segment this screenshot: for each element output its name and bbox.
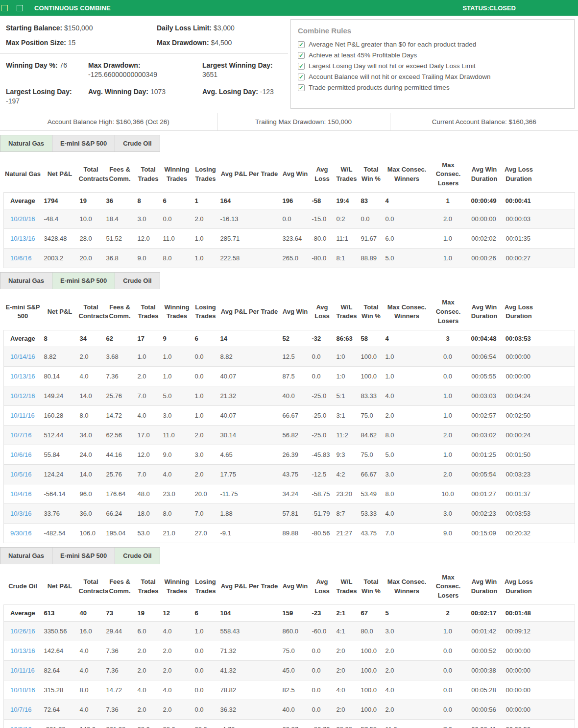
tab-crude-oil[interactable]: Crude Oil [115,272,160,289]
table-cell: -86.79 [310,720,335,728]
tab-crude-oil[interactable]: Crude Oil [115,547,160,564]
table-cell: -51.79 [310,503,335,523]
table-cell: 00:03:02 [466,425,503,445]
column-header-max-consec-losers: Max Consec. Losers [431,294,466,330]
date-link[interactable]: 10/5/16 [4,464,42,484]
date-link[interactable]: 10/13/16 [4,229,42,249]
average-cell: 6 [161,193,193,209]
average-cell: 17 [136,330,161,347]
tab-e-mini-s-p-500[interactable]: E-mini S&P 500 [52,135,115,152]
table-cell: 195.04 [104,523,136,543]
average-cell: 36 [104,193,136,209]
date-link[interactable]: 10/13/16 [4,641,42,661]
date-link[interactable]: 9/30/16 [4,523,42,543]
table-cell: 75.0 [359,445,384,464]
date-link[interactable]: 10/20/16 [4,209,42,229]
table-cell: 8.0 [384,425,431,445]
table-cell: 8.0 [161,503,193,523]
rule-checkbox-checked-icon[interactable]: ✓ [298,52,305,59]
column-header-max-consec-winners: Max Consec. Winners [384,294,431,330]
date-link[interactable]: 10/10/16 [4,680,42,700]
date-link[interactable]: 10/11/16 [4,661,42,680]
table-cell: 11.0 [384,720,431,728]
window-square-icon[interactable] [17,5,23,11]
date-link[interactable]: 10/7/16 [4,700,42,720]
rule-checkbox-checked-icon[interactable]: ✓ [298,63,305,70]
table-cell: -11.75 [218,484,281,503]
table-cell: 00:03:53 [503,503,575,523]
average-cell: 6 [193,330,218,347]
window-square-icon[interactable] [1,5,8,11]
table-cell: -80.0 [310,249,335,268]
date-link[interactable]: 10/26/16 [4,622,42,641]
table-cell: 18.0 [136,503,161,523]
column-header-fees-comm: Fees & Comm. [104,157,136,193]
date-link[interactable]: 10/7/16 [4,425,42,445]
date-link[interactable]: 10/14/16 [4,347,42,366]
table-cell: -9.1 [218,523,281,543]
column-header-w-l-trades: W/L Trades [335,569,359,605]
table-row: 10/13/16142.644.07.362.02.00.071.3275.00… [4,641,575,661]
table-row: 10/6/1655.8424.044.1612.09.03.04.6526.39… [4,445,575,464]
table-cell: 00:00:56 [466,700,503,720]
param-daily-loss-limit-label: Daily Loss Limit: [157,24,212,32]
table-cell: 0.0 [431,641,466,661]
stat-avg-winning-day: Avg. Winning Day: 1073 [88,87,193,106]
date-link[interactable]: 10/6/16 [4,445,42,464]
table-cell: 20.0 [78,249,104,268]
tab-e-mini-s-p-500[interactable]: E-mini S&P 500 [52,272,115,289]
table-cell: 28.0 [193,720,218,728]
table-cell: 0.0 [193,641,218,661]
param-max-position-size-value: 15 [68,39,76,47]
tab-natural-gas[interactable]: Natural Gas [0,135,52,152]
rule-checkbox-checked-icon[interactable]: ✓ [298,41,305,48]
param-daily-loss-limit-value: $3,000 [214,24,235,32]
date-link[interactable]: 10/6/16 [4,249,42,268]
column-header-winning-trades: Winning Trades [161,569,193,605]
table-cell: 100.0 [359,661,384,680]
tab-crude-oil[interactable]: Crude Oil [115,135,160,152]
table-cell: 91.67 [359,229,384,249]
date-link[interactable]: 10/13/16 [4,366,42,386]
table-cell: 21.32 [218,386,281,405]
average-cell: 73 [104,605,136,622]
table-cell: 12.0 [136,229,161,249]
tab-e-mini-s-p-500[interactable]: E-mini S&P 500 [52,547,115,564]
table-cell: 00:00:00 [503,700,575,720]
rule-checkbox-checked-icon[interactable]: ✓ [298,74,305,80]
table-cell: 4.0 [384,680,431,700]
table-cell: 4.65 [218,445,281,464]
table-row: 9/30/16-482.54106.0195.0453.021.027.0-9.… [4,523,575,543]
table-cell: 00:01:42 [466,622,503,641]
table-cell: 25.76 [104,386,136,405]
column-header-max-consec-winners: Max Consec. Winners [384,157,431,193]
column-header-avg-loss-duration: Avg Loss Duration [503,157,575,193]
column-header-avg-win: Avg Win [281,569,310,605]
column-header-total-contracts: Total Contracts [78,569,104,605]
balance-cell: Current Account Balance: $160,366 [390,113,578,130]
date-link[interactable]: 10/11/16 [4,405,42,425]
date-link[interactable]: 10/3/16 [4,503,42,523]
table-cell: 9.0 [431,523,466,543]
table-cell: 176.64 [104,484,136,503]
table-cell: 1.0 [161,347,193,366]
rule-checkbox-checked-icon[interactable]: ✓ [298,84,305,91]
date-link[interactable]: 10/4/16 [4,484,42,503]
table-cell: 7.0 [136,464,161,484]
table-cell: 5.0 [384,445,431,464]
date-link[interactable]: 10/12/16 [4,386,42,405]
status-label: STATUS: [462,4,489,12]
table-cell: -564.14 [42,484,78,503]
tab-natural-gas[interactable]: Natural Gas [0,272,52,289]
tab-natural-gas[interactable]: Natural Gas [0,547,52,564]
date-link[interactable]: 10/5/16 [4,720,42,728]
column-header-total-contracts: Total Contracts [78,294,104,330]
table-row: 10/7/1672.644.07.362.02.00.036.3240.00.0… [4,700,575,720]
table-cell: -25.0 [310,425,335,445]
table-cell: 0.0 [193,366,218,386]
table-cell: 1.0 [136,347,161,366]
table-cell: -321.28 [42,720,78,728]
table-cell: 0.0 [281,209,310,229]
product-tables: Natural GasE-mini S&P 500Crude OilNatura… [0,135,578,728]
table-cell: 1.0 [431,622,466,641]
